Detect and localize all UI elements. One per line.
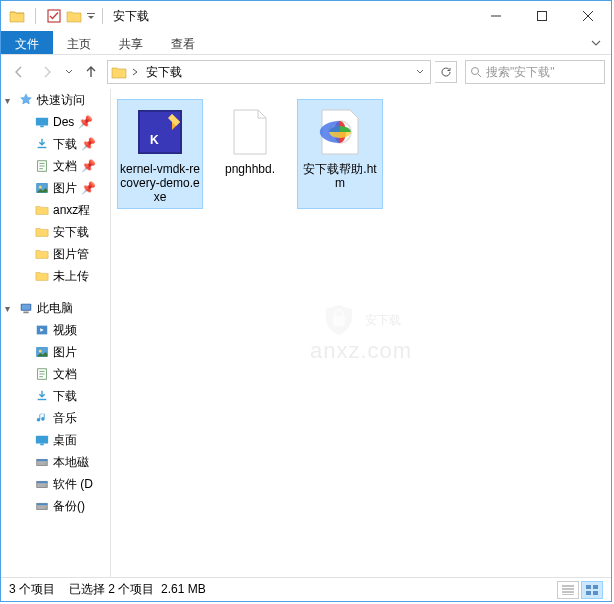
tree-item[interactable]: 下载📌 (1, 133, 110, 155)
navigation-pane[interactable]: ▾快速访问Des📌下载📌文档📌图片📌anxz程安下载图片管未上传▾此电脑视频图片… (1, 89, 111, 577)
tree-item[interactable]: 本地磁 (1, 451, 110, 473)
nav-back-button[interactable] (7, 60, 31, 84)
tree-item[interactable]: 备份() (1, 495, 110, 517)
icons-view-button[interactable] (581, 581, 603, 599)
svg-rect-34 (586, 591, 591, 595)
tab-home[interactable]: 主页 (53, 31, 105, 54)
address-dropdown-icon[interactable] (412, 68, 428, 76)
nav-forward-button[interactable] (35, 60, 59, 84)
tree-label: anxz程 (53, 202, 90, 219)
svg-rect-1 (87, 13, 95, 14)
tree-item[interactable]: ▾此电脑 (1, 297, 110, 319)
pc-icon (17, 301, 35, 315)
svg-rect-35 (593, 591, 598, 595)
nav-history-dropdown[interactable] (63, 68, 75, 76)
tree-label: 备份() (53, 498, 85, 515)
tree-label: 图片 (53, 180, 77, 197)
address-bar[interactable]: 安下载 (107, 60, 431, 84)
file-thumbnail (312, 104, 368, 160)
tree-label: Des (53, 115, 74, 129)
address-segment-current[interactable]: 安下载 (142, 64, 186, 81)
folder-icon (110, 65, 128, 79)
folder-icon (33, 225, 51, 239)
tree-label: 软件 (D (53, 476, 93, 493)
file-thumbnail: K (132, 104, 188, 160)
tree-label: 图片 (53, 344, 77, 361)
file-name: 安下载帮助.htm (300, 162, 380, 190)
tree-item[interactable]: 视频 (1, 319, 110, 341)
tree-item[interactable]: 桌面 (1, 429, 110, 451)
file-thumbnail (222, 104, 278, 160)
refresh-button[interactable] (435, 61, 457, 83)
tree-item[interactable]: 软件 (D (1, 473, 110, 495)
svg-rect-10 (22, 305, 31, 310)
svg-rect-17 (40, 444, 44, 446)
properties-icon[interactable] (46, 8, 62, 24)
tree-label: 文档 (53, 158, 77, 175)
documents-icon (33, 159, 51, 173)
tree-item[interactable]: 下载 (1, 385, 110, 407)
tree-label: 快速访问 (37, 92, 85, 109)
tree-label: 未上传 (53, 268, 89, 285)
tree-caret-icon[interactable]: ▾ (5, 95, 17, 106)
shield-icon (321, 302, 357, 338)
svg-point-14 (39, 350, 42, 353)
tree-item[interactable]: Des📌 (1, 111, 110, 133)
minimize-button[interactable] (473, 1, 519, 31)
videos-icon (33, 323, 51, 337)
folder-icon (9, 8, 25, 24)
file-item[interactable]: Kkernel-vmdk-recovery-demo.exe (117, 99, 203, 209)
tree-item[interactable]: 文档 (1, 363, 110, 385)
tree-item[interactable]: 未上传 (1, 265, 110, 287)
disk-icon (33, 455, 51, 469)
file-list[interactable]: Kkernel-vmdk-recovery-demo.exepnghhbd.安下… (111, 89, 611, 577)
file-item[interactable]: pnghhbd. (207, 99, 293, 209)
chevron-right-icon (132, 68, 138, 76)
file-item[interactable]: 安下载帮助.htm (297, 99, 383, 209)
qat-dropdown-icon[interactable] (86, 8, 96, 24)
search-input[interactable]: 搜索"安下载" (465, 60, 605, 84)
tree-item[interactable]: 图片📌 (1, 177, 110, 199)
svg-point-20 (45, 463, 46, 464)
svg-text:K: K (150, 133, 159, 147)
svg-rect-16 (36, 436, 48, 444)
new-folder-icon[interactable] (66, 8, 82, 24)
tree-caret-icon[interactable]: ▾ (5, 303, 17, 314)
file-name: pnghhbd. (225, 162, 275, 176)
desktop-icon (33, 115, 51, 129)
quick-access-toolbar (9, 8, 96, 24)
status-selection: 已选择 2 个项目 2.61 MB (69, 581, 206, 598)
tree-item[interactable]: 图片管 (1, 243, 110, 265)
close-button[interactable] (565, 1, 611, 31)
tree-item[interactable]: ▾快速访问 (1, 89, 110, 111)
view-switcher (557, 581, 603, 599)
tree-label: 下载 (53, 388, 77, 405)
watermark: 安下载 anxz.com (310, 302, 412, 364)
address-segment[interactable] (128, 68, 142, 76)
titlebar: 安下载 (1, 1, 611, 31)
tree-label: 图片管 (53, 246, 89, 263)
nav-up-button[interactable] (79, 60, 103, 84)
maximize-button[interactable] (519, 1, 565, 31)
tree-label: 此电脑 (37, 300, 73, 317)
tree-item[interactable]: 文档📌 (1, 155, 110, 177)
tab-file[interactable]: 文件 (1, 31, 53, 54)
ribbon-expand-icon[interactable] (581, 31, 611, 54)
svg-rect-11 (23, 312, 28, 314)
svg-rect-2 (538, 12, 547, 21)
tree-item[interactable]: 音乐 (1, 407, 110, 429)
tab-share[interactable]: 共享 (105, 31, 157, 54)
svg-point-3 (472, 68, 479, 75)
details-view-button[interactable] (557, 581, 579, 599)
svg-point-23 (45, 485, 46, 486)
tree-label: 下载 (53, 136, 77, 153)
tree-item[interactable]: anxz程 (1, 199, 110, 221)
tree-item[interactable]: 图片 (1, 341, 110, 363)
tab-view[interactable]: 查看 (157, 31, 209, 54)
tree-item[interactable]: 安下载 (1, 221, 110, 243)
tree-label: 安下载 (53, 224, 89, 241)
tree-label: 视频 (53, 322, 77, 339)
pin-icon: 📌 (78, 115, 93, 129)
folder-icon (33, 203, 51, 217)
explorer-window: 安下载 文件 主页 共享 查看 安下载 搜索"安下载" (0, 0, 612, 602)
